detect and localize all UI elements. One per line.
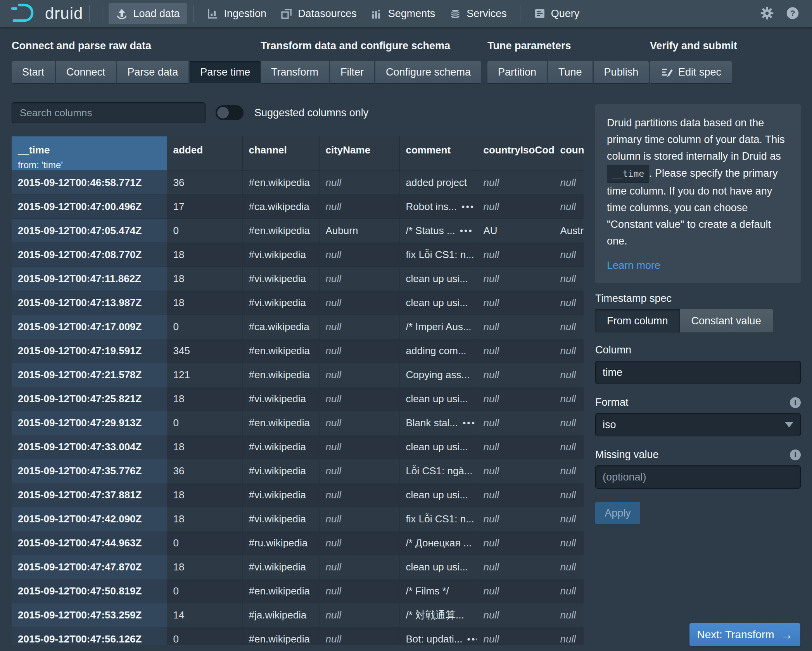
cell-added: 18	[167, 483, 242, 507]
column-input[interactable]	[595, 361, 801, 384]
column-header-comment[interactable]: comment	[399, 136, 477, 171]
null-value: null	[326, 441, 341, 453]
null-value: null	[484, 417, 499, 429]
cell-channel: #vi.wikipedia	[242, 507, 319, 531]
nav-services[interactable]: Services	[442, 3, 514, 24]
missing-value-input[interactable]	[595, 465, 801, 489]
step-group-tune-parameters: Tune parametersPartitionTunePublish	[487, 40, 649, 83]
step-filter[interactable]: Filter	[330, 61, 374, 83]
null-value: null	[484, 201, 499, 212]
column-header-countryName[interactable]: countryName	[554, 136, 584, 171]
cell-cityName: null	[319, 459, 399, 483]
cell-value: Blank stal...	[406, 417, 458, 429]
step-tune[interactable]: Tune	[548, 61, 593, 83]
table-row: 2015-09-12T00:47:44.963Z0#ru.wikipedianu…	[12, 531, 584, 555]
step-partition[interactable]: Partition	[487, 61, 547, 83]
nav-segments[interactable]: Segments	[364, 3, 442, 24]
cell-value: #vi.wikipedia	[249, 273, 306, 284]
cell-countryName: null	[554, 579, 584, 603]
format-select[interactable]: iso	[595, 413, 801, 436]
null-value: null	[560, 537, 576, 549]
cell-time: 2015-09-12T00:47:13.987Z	[12, 291, 167, 315]
cell-countryName: null	[554, 483, 584, 507]
step-button-group: TransformFilterConfigure schema	[261, 61, 481, 83]
nav-datasources[interactable]: Datasources	[273, 3, 364, 24]
svg-text:?: ?	[790, 8, 795, 18]
column-header-countryIsoCode[interactable]: countryIsoCode	[477, 136, 554, 171]
nav-query[interactable]: Query	[527, 3, 587, 24]
step-parse-time[interactable]: Parse time	[190, 61, 261, 83]
cell-value: 0	[173, 321, 179, 332]
step-start[interactable]: Start	[12, 61, 55, 83]
search-columns-input[interactable]	[12, 102, 206, 123]
step-transform[interactable]: Transform	[261, 61, 329, 83]
column-header-cityName[interactable]: cityName	[319, 136, 399, 171]
druid-brand[interactable]: druid	[11, 3, 83, 24]
cell-channel: #en.wikipedia	[242, 579, 319, 603]
cell-value: /* Status ...	[406, 225, 455, 236]
null-value: null	[484, 369, 499, 381]
nav-ingestion[interactable]: Ingestion	[200, 3, 274, 24]
gear-icon	[760, 6, 774, 21]
cell-countryIsoCode: null	[477, 627, 554, 645]
info-icon[interactable]	[790, 397, 801, 408]
table-row: 2015-09-12T00:47:47.870Z18#vi.wikipedian…	[12, 555, 584, 579]
ingestion-icon	[207, 7, 219, 20]
step-publish[interactable]: Publish	[594, 61, 649, 83]
cell-cityName: null	[319, 627, 399, 645]
table-row: 2015-09-12T00:47:56.126Z0#en.wikipedianu…	[12, 627, 584, 645]
cell-countryName: null	[554, 267, 584, 291]
cell-countryIsoCode: null	[477, 411, 554, 435]
cell-added: 14	[167, 603, 242, 627]
learn-more-link[interactable]: Learn more	[607, 260, 660, 272]
cell-countryName: null	[554, 387, 584, 411]
cell-value: #en.wikipedia	[249, 177, 310, 188]
suggested-columns-toggle[interactable]	[216, 105, 244, 120]
constant-value-button[interactable]: Constant value	[680, 309, 773, 332]
apply-button[interactable]: Apply	[595, 502, 640, 524]
cell-value: Robot ins...	[406, 201, 457, 212]
cell-value: 2015-09-12T00:47:17.009Z	[18, 321, 142, 332]
cell-value: 2015-09-12T00:47:11.862Z	[18, 273, 141, 284]
cell-time: 2015-09-12T00:47:50.819Z	[12, 579, 167, 603]
cell-comment: clean up usi...	[399, 555, 477, 579]
info-icon[interactable]	[790, 450, 801, 460]
step-edit-spec[interactable]: Edit spec	[650, 61, 732, 83]
help-button[interactable]: ?	[784, 5, 801, 23]
step-configure-schema[interactable]: Configure schema	[375, 61, 481, 83]
column-header-channel[interactable]: channel	[242, 136, 319, 171]
cell-countryIsoCode: null	[477, 363, 554, 387]
cell-comment: Robot ins...•••	[399, 195, 477, 219]
cell-value: #vi.wikipedia	[249, 393, 306, 405]
cell-value: #vi.wikipedia	[249, 561, 306, 573]
more-actions-icon[interactable]: •••	[460, 226, 473, 236]
more-actions-icon[interactable]: •••	[467, 634, 477, 644]
cell-value: clean up usi...	[406, 489, 468, 501]
more-actions-icon[interactable]: •••	[463, 418, 476, 428]
cell-countryIsoCode: null	[477, 555, 554, 579]
step-button-group: Edit spec	[650, 61, 737, 83]
table-row: 2015-09-12T00:47:17.009Z0#ca.wikipedianu…	[12, 315, 584, 339]
cell-time: 2015-09-12T00:47:33.004Z	[12, 435, 167, 459]
null-value: null	[560, 177, 576, 188]
more-actions-icon[interactable]: •••	[461, 202, 475, 212]
column-header-time[interactable]: __timefrom: 'time'	[12, 136, 167, 171]
settings-gear-button[interactable]	[758, 5, 776, 23]
segments-icon	[371, 7, 383, 20]
null-value: null	[484, 465, 499, 477]
step-parse-data[interactable]: Parse data	[117, 61, 189, 83]
cell-value: #en.wikipedia	[249, 633, 310, 645]
step-connect[interactable]: Connect	[56, 61, 116, 83]
cell-countryIsoCode: null	[477, 603, 554, 627]
null-value: null	[484, 441, 499, 453]
navbar-divider	[102, 5, 102, 22]
cell-time: 2015-09-12T00:47:56.126Z	[12, 627, 167, 645]
cell-time: 2015-09-12T00:47:29.913Z	[12, 411, 167, 435]
cell-value: clean up usi...	[406, 561, 468, 573]
cell-countryIsoCode: null	[477, 339, 554, 363]
from-column-button[interactable]: From column	[595, 309, 680, 332]
next-transform-button[interactable]: Next: Transform →	[689, 623, 800, 646]
cell-value: 2015-09-12T00:47:47.870Z	[18, 561, 142, 573]
nav-load-data[interactable]: Load data	[109, 3, 187, 24]
column-header-added[interactable]: added	[167, 136, 242, 171]
